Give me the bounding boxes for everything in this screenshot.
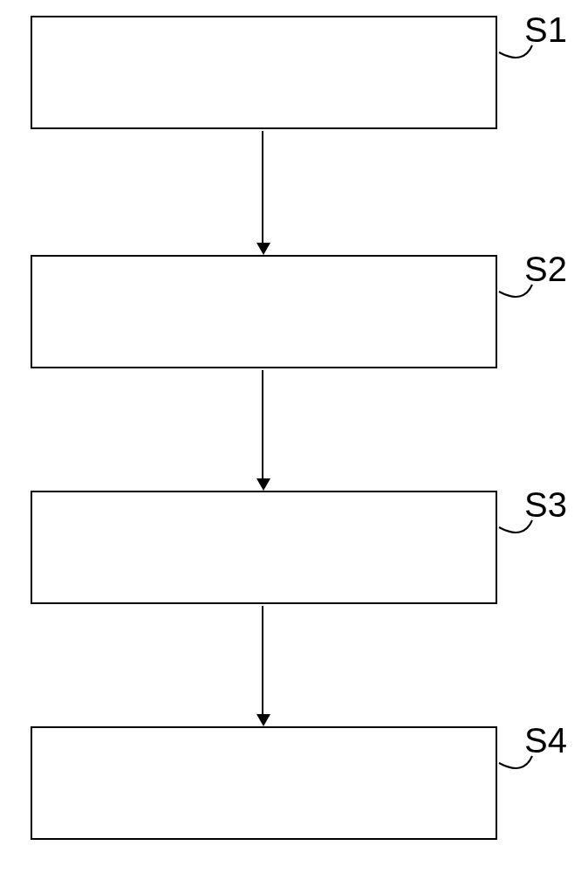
arrow-line-s1-s2 [262, 131, 263, 243]
step-label-s4: S4 [524, 721, 567, 760]
arrow-line-s2-s3 [262, 370, 263, 478]
step-box-s1 [31, 16, 497, 129]
arrow-line-s3-s4 [262, 606, 263, 714]
step-box-s3 [31, 491, 497, 604]
arrow-head-s3-s4 [256, 714, 270, 726]
step-label-s2: S2 [524, 250, 567, 289]
step-label-s3: S3 [524, 485, 567, 525]
arrow-head-s1-s2 [256, 243, 270, 255]
arrow-head-s2-s3 [256, 478, 270, 491]
step-label-s1: S1 [524, 10, 567, 50]
step-box-s4 [31, 726, 497, 840]
step-box-s2 [31, 255, 497, 368]
